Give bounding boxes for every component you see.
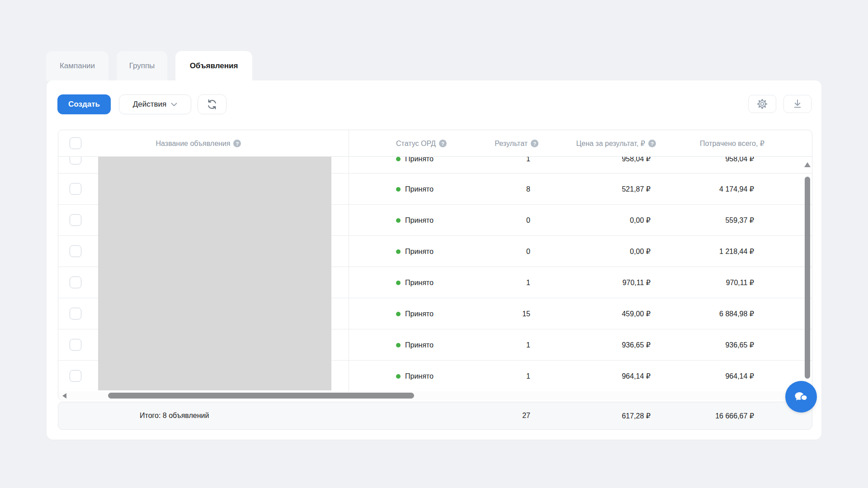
status-label: Принято (405, 372, 434, 380)
actions-button[interactable]: Действия (119, 94, 191, 114)
select-all-checkbox[interactable] (70, 137, 81, 149)
help-icon[interactable]: ? (233, 140, 241, 147)
column-header-result-label: Результат (495, 140, 528, 148)
price-cell: 459,00 ₽ (565, 298, 651, 329)
price-cell: 521,87 ₽ (565, 174, 651, 205)
summary-label: Итого: 8 объявлений (140, 402, 209, 429)
status-dot-icon (396, 157, 401, 161)
row-checkbox[interactable] (70, 339, 81, 351)
status-label: Принято (405, 279, 434, 287)
status-dot-icon (396, 249, 401, 254)
tab-groups[interactable]: Группы (117, 51, 167, 81)
help-icon[interactable]: ? (531, 140, 538, 147)
status-cell: Принято (396, 174, 434, 205)
status-cell: Принято (396, 157, 434, 173)
status-label: Принято (405, 185, 434, 193)
scroll-left-arrow[interactable] (62, 393, 66, 399)
price-cell: 970,11 ₽ (565, 267, 651, 298)
column-header-name: Название объявления ? (104, 130, 293, 157)
status-label: Принято (405, 341, 434, 349)
spent-cell: 559,37 ₽ (669, 205, 754, 236)
column-header-spent: Потрачено всего, ₽ (647, 130, 764, 157)
row-checkbox[interactable] (70, 277, 81, 288)
summary-result: 27 (465, 402, 530, 429)
row-checkbox[interactable] (70, 214, 81, 226)
status-cell: Принято (396, 361, 434, 392)
spent-cell: 970,11 ₽ (669, 267, 754, 298)
status-dot-icon (396, 218, 401, 223)
status-dot-icon (396, 187, 401, 192)
summary-spent: 16 666,67 ₽ (669, 402, 754, 429)
price-cell: 0,00 ₽ (565, 205, 651, 236)
refresh-button[interactable] (198, 94, 226, 114)
status-label: Принято (405, 216, 434, 225)
tab-campaigns[interactable]: Кампании (46, 51, 108, 81)
horizontal-scrollbar (58, 391, 812, 400)
result-cell: 1 (465, 157, 530, 173)
tab-ads[interactable]: Объявления (175, 51, 252, 81)
column-header-result: Результат ? (448, 130, 538, 157)
column-header-price: Цена за результат, ₽ ? (538, 130, 656, 157)
scroll-up-arrow[interactable] (804, 162, 811, 167)
status-cell: Принято (396, 329, 434, 361)
column-header-spent-label: Потрачено всего, ₽ (700, 139, 764, 148)
spent-cell: 6 884,98 ₽ (669, 298, 754, 329)
status-dot-icon (396, 312, 401, 316)
result-cell: 1 (465, 361, 530, 392)
column-header-price-label: Цена за результат, ₽ (576, 139, 645, 148)
row-checkbox[interactable] (70, 245, 81, 257)
price-cell: 936,65 ₽ (565, 329, 651, 361)
export-button[interactable] (783, 95, 811, 113)
status-dot-icon (396, 374, 401, 379)
refresh-icon (206, 99, 218, 110)
row-checkbox[interactable] (70, 183, 81, 195)
row-checkbox[interactable] (70, 308, 81, 319)
status-cell: Принято (396, 298, 434, 329)
frozen-column-divider (349, 130, 349, 391)
price-cell: 964,14 ₽ (565, 361, 651, 392)
status-cell: Принято (396, 205, 434, 236)
gear-icon (756, 98, 768, 110)
table-header: Название объявления ? Статус ОРД ? Резул… (58, 130, 812, 157)
spent-cell: 958,04 ₽ (669, 157, 754, 173)
chevron-down-icon (171, 103, 177, 107)
help-icon[interactable]: ? (439, 140, 447, 147)
horizontal-scrollbar-thumb[interactable] (108, 393, 414, 399)
status-dot-icon (396, 281, 401, 285)
spent-cell: 1 218,44 ₽ (669, 236, 754, 267)
status-label: Принято (405, 310, 434, 318)
summary-row: Итого: 8 объявлений 27 617,28 ₽ 16 666,6… (58, 402, 812, 430)
status-cell: Принято (396, 267, 434, 298)
status-dot-icon (396, 343, 401, 347)
result-cell: 8 (465, 174, 530, 205)
redacted-ad-names (98, 157, 331, 390)
column-header-name-label: Название объявления (156, 140, 231, 148)
price-cell: 0,00 ₽ (565, 236, 651, 267)
status-label: Принято (405, 248, 434, 256)
result-cell: 0 (465, 236, 530, 267)
spent-cell: 936,65 ₽ (669, 329, 754, 361)
actions-button-label: Действия (133, 100, 166, 109)
ads-panel: Создать Действия (47, 80, 821, 440)
price-cell: 958,04 ₽ (565, 157, 651, 173)
status-label: Принято (405, 157, 434, 163)
result-cell: 1 (465, 267, 530, 298)
result-cell: 1 (465, 329, 530, 361)
spent-cell: 964,14 ₽ (669, 361, 754, 392)
download-icon (792, 98, 803, 110)
result-cell: 0 (465, 205, 530, 236)
chat-icon (793, 388, 810, 405)
chat-button[interactable] (785, 381, 817, 413)
vertical-scrollbar-thumb[interactable] (805, 177, 810, 379)
create-button[interactable]: Создать (57, 94, 111, 114)
column-header-status: Статус ОРД ? (396, 130, 447, 157)
ads-table: Название объявления ? Статус ОРД ? Резул… (58, 130, 812, 400)
summary-price: 617,28 ₽ (565, 402, 651, 429)
spent-cell: 4 174,94 ₽ (669, 174, 754, 205)
settings-button[interactable] (748, 95, 776, 113)
result-cell: 15 (465, 298, 530, 329)
row-checkbox[interactable] (70, 157, 81, 164)
ads-manager-page: Кампании Группы Объявления Создать Дейст… (0, 0, 868, 488)
row-checkbox[interactable] (70, 370, 81, 382)
column-header-status-label: Статус ОРД (396, 140, 436, 148)
